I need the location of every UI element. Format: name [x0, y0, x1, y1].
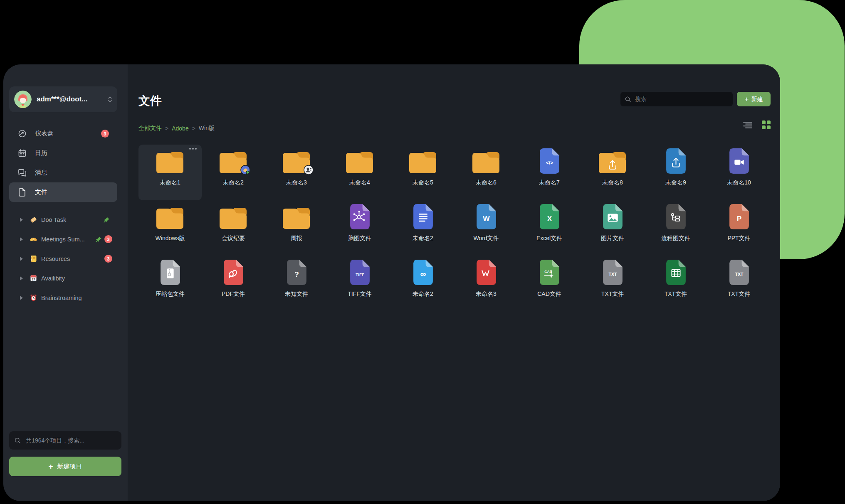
breadcrumb-item[interactable]: Adobe	[172, 125, 188, 132]
project-item-doo-task[interactable]: Doo Task	[9, 210, 117, 229]
sidebar-item-label: 仪表盘	[35, 130, 101, 138]
shared-avatar-badge	[240, 165, 250, 175]
project-list: Doo Task Meetings Sum... 3 Resources 3 1…	[9, 210, 117, 307]
file-item[interactable]: 未命名2	[202, 145, 265, 200]
view-toggles	[743, 120, 771, 129]
grid-view-button[interactable]	[762, 120, 771, 129]
folder-icon	[346, 151, 373, 174]
file-item[interactable]: 未命名1	[138, 145, 202, 200]
user-account-switcher[interactable]: adm***@doot...	[9, 86, 117, 112]
sidebar-nav: 仪表盘 3 日历 消息 文件	[9, 124, 117, 202]
sidebar-item-dashboard[interactable]: 仪表盘 3	[9, 124, 117, 143]
project-label: Meetings Sum...	[41, 236, 95, 243]
file-item[interactable]: 未命名9	[644, 145, 707, 200]
file-item[interactable]: PDF文件	[202, 256, 265, 312]
project-label: Doo Task	[41, 216, 103, 223]
file-item[interactable]: CAD CAD文件	[518, 256, 581, 312]
file-type-icon: ?	[287, 260, 306, 285]
file-item[interactable]: 未命名10	[707, 145, 771, 200]
search-icon	[625, 96, 631, 103]
project-item-brainstroaming[interactable]: Brainstroaming	[9, 288, 117, 307]
file-item[interactable]: ∞ 未命名2	[391, 256, 455, 312]
file-item[interactable]: 未命名3	[455, 256, 518, 312]
project-label: Resources	[41, 256, 104, 262]
sidebar-item-label: 文件	[35, 188, 109, 196]
file-item[interactable]: 周报	[265, 200, 328, 256]
file-icon-wrap	[346, 148, 373, 174]
project-item-resources[interactable]: Resources 3	[9, 249, 117, 268]
project-search-input[interactable]	[25, 437, 116, 444]
expander-arrow-icon[interactable]	[20, 218, 23, 222]
chevron-updown-icon[interactable]	[108, 96, 112, 103]
member-avatar-badge	[304, 165, 314, 175]
file-item[interactable]: ? 未知文件	[265, 256, 328, 312]
file-item[interactable]: 脑图文件	[328, 200, 391, 256]
file-icon-wrap	[224, 259, 243, 285]
file-item[interactable]: 会议纪要	[202, 200, 265, 256]
file-item[interactable]: W Word文件	[455, 200, 518, 256]
file-item[interactable]: TIFF TIFF文件	[328, 256, 391, 312]
project-item-meetings-sum[interactable]: Meetings Sum... 3	[9, 229, 117, 249]
breadcrumb-item[interactable]: 全部文件	[138, 125, 162, 132]
file-item[interactable]: 未命名5	[391, 145, 455, 200]
message-icon	[18, 168, 27, 177]
file-item[interactable]: 未命名6	[455, 145, 518, 200]
file-item[interactable]: TXT文件	[644, 256, 707, 312]
new-project-label: 新建项目	[57, 462, 82, 470]
sidebar-item-messages[interactable]: 消息	[9, 163, 117, 182]
file-search-input[interactable]	[635, 96, 728, 103]
file-item[interactable]: 未命名3	[265, 145, 328, 200]
project-label: Availibity	[41, 275, 112, 282]
file-item[interactable]: TXT TXT文件	[707, 256, 771, 312]
project-item-availibity[interactable]: 17 Availibity	[9, 268, 117, 288]
svg-text:TIFF: TIFF	[356, 272, 364, 277]
new-project-button[interactable]: + 新建项目	[9, 457, 121, 476]
file-type-icon	[477, 260, 496, 285]
file-item[interactable]: </> 未命名7	[518, 145, 581, 200]
tag-icon	[30, 216, 37, 224]
file-icon-wrap	[729, 148, 749, 174]
breadcrumb-item: Win版	[199, 125, 215, 132]
folder-icon	[409, 151, 437, 174]
file-icon-wrap	[477, 259, 496, 285]
file-icon-wrap	[156, 148, 184, 174]
file-type-icon: X	[540, 204, 559, 229]
more-actions-icon[interactable]	[189, 148, 197, 150]
new-file-button[interactable]: + 新建	[737, 92, 771, 106]
expander-arrow-icon[interactable]	[20, 237, 23, 241]
file-name: 未知文件	[285, 290, 308, 298]
sidebar-item-files[interactable]: 文件	[9, 182, 117, 202]
expander-arrow-icon[interactable]	[20, 276, 23, 280]
file-type-icon	[666, 260, 686, 285]
file-item[interactable]: 未命名4	[328, 145, 391, 200]
file-item[interactable]: 未命名8	[581, 145, 644, 200]
file-item[interactable]: TXT TXT文件	[581, 256, 644, 312]
project-label: Brainstroaming	[41, 295, 112, 301]
file-name: CAD文件	[537, 290, 561, 298]
svg-text:X: X	[547, 214, 552, 223]
file-icon-wrap	[350, 204, 370, 229]
sidebar-item-calendar[interactable]: 日历	[9, 143, 117, 163]
file-icon-wrap	[413, 204, 433, 229]
expander-arrow-icon[interactable]	[20, 257, 23, 261]
file-icon-wrap	[409, 148, 437, 174]
sidebar: adm***@doot... 仪表盘 3 日历 消息 文件 Doo Task M…	[3, 64, 128, 501]
file-type-icon	[603, 204, 623, 229]
file-type-icon: TXT	[729, 260, 749, 285]
file-icon-wrap	[283, 204, 310, 229]
expander-arrow-icon[interactable]	[20, 296, 23, 300]
file-item[interactable]: 图片文件	[581, 200, 644, 256]
user-name: adm***@doot...	[37, 95, 108, 103]
file-name: PDF文件	[222, 290, 245, 298]
file-icon-wrap: TXT	[729, 259, 749, 285]
file-item[interactable]: P PPT文件	[707, 200, 771, 256]
folder-icon	[220, 207, 247, 229]
list-view-button[interactable]	[743, 121, 752, 129]
file-item[interactable]: 流程图文件	[644, 200, 707, 256]
file-icon-wrap	[156, 204, 184, 229]
file-item[interactable]: Windows版	[138, 200, 202, 256]
file-item[interactable]: 未命名2	[391, 200, 455, 256]
file-item[interactable]: 压缩包文件	[138, 256, 202, 312]
file-item[interactable]: X Excel文件	[518, 200, 581, 256]
plus-icon: +	[48, 462, 53, 470]
